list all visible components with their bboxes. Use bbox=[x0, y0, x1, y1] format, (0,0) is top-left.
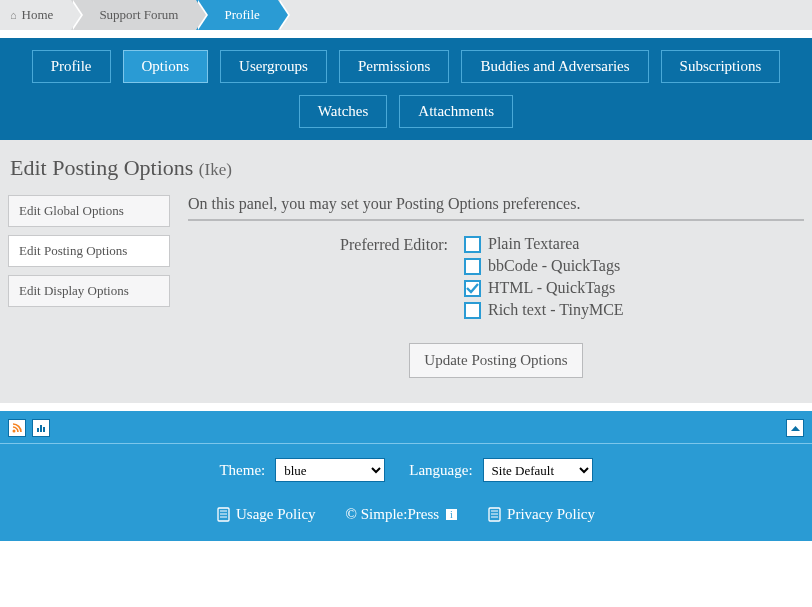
side-display-options[interactable]: Edit Display Options bbox=[8, 275, 170, 307]
svg-rect-3 bbox=[43, 427, 45, 432]
page-title-user: (Ike) bbox=[199, 160, 232, 179]
theme-select[interactable]: blue bbox=[275, 458, 385, 482]
crumb-home-label: Home bbox=[22, 0, 54, 30]
update-button[interactable]: Update Posting Options bbox=[409, 343, 582, 378]
usage-policy-link[interactable]: Usage Policy bbox=[217, 506, 316, 523]
tab-bar: Profile Options Usergroups Permissions B… bbox=[0, 38, 812, 140]
editor-label: Preferred Editor: bbox=[188, 235, 448, 319]
svg-rect-1 bbox=[37, 428, 39, 432]
side-posting-options[interactable]: Edit Posting Options bbox=[8, 235, 170, 267]
svg-text:i: i bbox=[450, 509, 453, 520]
crumb-forum[interactable]: Support Forum bbox=[71, 0, 196, 30]
tab-watches[interactable]: Watches bbox=[299, 95, 387, 128]
checkbox-html[interactable] bbox=[464, 280, 481, 297]
usage-policy-label: Usage Policy bbox=[236, 506, 316, 523]
tab-buddies[interactable]: Buddies and Adversaries bbox=[461, 50, 648, 83]
copyright-link[interactable]: © Simple:Press i bbox=[346, 506, 459, 523]
privacy-policy-link[interactable]: Privacy Policy bbox=[488, 506, 595, 523]
crumb-profile[interactable]: Profile bbox=[196, 0, 277, 30]
opt-bbcode-label: bbCode - QuickTags bbox=[488, 257, 620, 275]
home-icon: ⌂ bbox=[10, 0, 17, 30]
crumb-home[interactable]: ⌂ Home bbox=[0, 0, 71, 30]
document-icon bbox=[488, 507, 501, 522]
side-menu: Edit Global Options Edit Posting Options… bbox=[8, 195, 170, 378]
svg-point-0 bbox=[13, 430, 16, 433]
scroll-top-icon[interactable] bbox=[786, 419, 804, 437]
svg-rect-2 bbox=[40, 425, 42, 432]
stats-icon[interactable] bbox=[32, 419, 50, 437]
tab-attachments[interactable]: Attachments bbox=[399, 95, 513, 128]
copyright-label: © Simple:Press bbox=[346, 506, 440, 523]
opt-rich[interactable]: Rich text - TinyMCE bbox=[464, 301, 624, 319]
tab-permissions[interactable]: Permissions bbox=[339, 50, 450, 83]
opt-bbcode[interactable]: bbCode - QuickTags bbox=[464, 257, 624, 275]
opt-plain-label: Plain Textarea bbox=[488, 235, 579, 253]
language-select[interactable]: Site Default bbox=[483, 458, 593, 482]
footer: Theme: blue Language: Site Default Usage… bbox=[0, 411, 812, 541]
theme-label: Theme: bbox=[219, 462, 265, 479]
language-label: Language: bbox=[409, 462, 472, 479]
crumb-profile-label: Profile bbox=[224, 0, 259, 30]
checkbox-bbcode[interactable] bbox=[464, 258, 481, 275]
rss-icon[interactable] bbox=[8, 419, 26, 437]
page-title: Edit Posting Options (Ike) bbox=[10, 155, 804, 181]
opt-rich-label: Rich text - TinyMCE bbox=[488, 301, 624, 319]
checkbox-rich[interactable] bbox=[464, 302, 481, 319]
page-title-text: Edit Posting Options bbox=[10, 155, 193, 180]
opt-html[interactable]: HTML - QuickTags bbox=[464, 279, 624, 297]
panel-description: On this panel, you may set your Posting … bbox=[188, 195, 804, 221]
crumb-forum-label: Support Forum bbox=[99, 0, 178, 30]
side-global-options[interactable]: Edit Global Options bbox=[8, 195, 170, 227]
editor-options: Plain Textarea bbCode - QuickTags HTML -… bbox=[464, 235, 624, 319]
breadcrumb: ⌂ Home Support Forum Profile bbox=[0, 0, 812, 30]
info-icon: i bbox=[445, 508, 458, 521]
tab-subscriptions[interactable]: Subscriptions bbox=[661, 50, 781, 83]
checkbox-plain[interactable] bbox=[464, 236, 481, 253]
opt-plain[interactable]: Plain Textarea bbox=[464, 235, 624, 253]
tab-usergroups[interactable]: Usergroups bbox=[220, 50, 327, 83]
opt-html-label: HTML - QuickTags bbox=[488, 279, 615, 297]
main-panel: On this panel, you may set your Posting … bbox=[188, 195, 804, 378]
privacy-policy-label: Privacy Policy bbox=[507, 506, 595, 523]
tab-profile[interactable]: Profile bbox=[32, 50, 111, 83]
document-icon bbox=[217, 507, 230, 522]
content-area: Edit Posting Options (Ike) Edit Global O… bbox=[0, 140, 812, 403]
tab-options[interactable]: Options bbox=[123, 50, 209, 83]
